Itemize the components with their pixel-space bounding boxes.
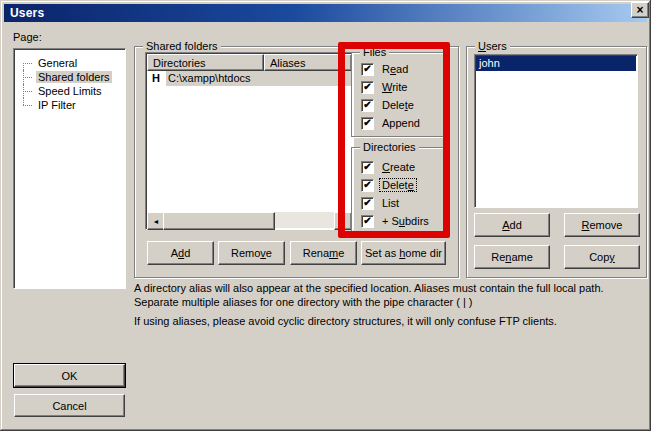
users-listbox[interactable]: john	[474, 54, 638, 208]
tree-line	[23, 63, 24, 70]
subdirs-checkbox[interactable]: ✔	[361, 215, 374, 228]
users-group-title: Users	[475, 39, 510, 53]
sidebar-item-general[interactable]: General	[14, 56, 125, 70]
files-group-title: Files	[360, 45, 389, 59]
folder-rename-button[interactable]: Rename	[290, 241, 357, 265]
horizontal-scrollbar[interactable]: ◄ ►	[147, 212, 352, 228]
sidebar-item-shared-folders[interactable]: Shared folders	[14, 70, 125, 84]
page-tree: General Shared folders Speed Limits IP F…	[13, 48, 126, 289]
aliases-column-header[interactable]: Aliases	[264, 54, 352, 71]
users-dialog: Users × Page: General Shared folders Spe…	[0, 0, 651, 431]
user-name: john	[479, 57, 500, 69]
file-delete-checkbox[interactable]: ✔	[361, 99, 374, 112]
alias-help-text: A directory alias will also appear at th…	[134, 281, 641, 309]
sidebar-item-speed-limits[interactable]: Speed Limits	[14, 84, 125, 98]
directories-column-header[interactable]: Directories	[147, 54, 264, 71]
checkbox-subdirs[interactable]: ✔ + Subdirs	[361, 214, 431, 228]
user-add-button[interactable]: Add	[474, 213, 550, 237]
dir-delete-checkbox[interactable]: ✔	[361, 179, 374, 192]
check-icon: ✔	[363, 118, 371, 128]
check-icon: ✔	[363, 64, 371, 74]
checkbox-append[interactable]: ✔ Append	[361, 116, 422, 130]
scroll-right-button[interactable]: ►	[334, 212, 352, 230]
directory-path: C:\xampp\htdocs	[166, 71, 352, 86]
directories-group-title: Directories	[360, 140, 419, 154]
close-icon: ×	[636, 4, 643, 16]
shared-folder-row[interactable]: H C:\xampp\htdocs	[147, 71, 352, 86]
ok-button[interactable]: OK	[14, 364, 125, 387]
tree-line	[23, 63, 32, 64]
scrollbar-thumb[interactable]	[163, 212, 275, 230]
tree-line	[23, 105, 32, 106]
folder-remove-button[interactable]: Remove	[218, 241, 285, 265]
page-label: Page:	[13, 31, 42, 43]
listview-header: Directories Aliases	[147, 54, 352, 71]
append-checkbox[interactable]: ✔	[361, 117, 374, 130]
checkbox-write[interactable]: ✔ Write	[361, 80, 409, 94]
titlebar: Users	[4, 4, 647, 22]
check-icon: ✔	[363, 216, 371, 226]
folder-add-button[interactable]: Add	[147, 241, 214, 265]
check-icon: ✔	[363, 198, 371, 208]
user-remove-button[interactable]: Remove	[564, 213, 640, 237]
check-icon: ✔	[363, 82, 371, 92]
checkbox-create[interactable]: ✔ Create	[361, 160, 417, 174]
create-checkbox[interactable]: ✔	[361, 161, 374, 174]
checkbox-list[interactable]: ✔ List	[361, 196, 401, 210]
close-button[interactable]: ×	[631, 2, 649, 18]
sidebar-item-ip-filter[interactable]: IP Filter	[14, 98, 125, 112]
window-title: Users	[10, 6, 44, 20]
shared-folders-group-title: Shared folders	[143, 39, 221, 53]
user-rename-button[interactable]: Rename	[474, 245, 550, 269]
tree-line	[23, 98, 24, 105]
tree-line	[23, 91, 32, 92]
scroll-right-icon: ►	[340, 218, 347, 225]
cancel-button[interactable]: Cancel	[14, 394, 125, 417]
scroll-left-icon: ◄	[153, 218, 160, 225]
user-copy-button[interactable]: Copy	[564, 245, 640, 269]
user-list-item[interactable]: john	[476, 56, 636, 71]
cyclic-help-text: If using aliases, please avoid cyclic di…	[134, 314, 641, 328]
shared-folders-listview: Directories Aliases H C:\xampp\htdocs ◄ …	[145, 52, 354, 230]
set-as-home-dir-button[interactable]: Set as home dir	[361, 241, 446, 265]
checkbox-file-delete[interactable]: ✔ Delete	[361, 98, 416, 112]
check-icon: ✔	[363, 180, 371, 190]
list-checkbox[interactable]: ✔	[361, 197, 374, 210]
checkbox-dir-delete[interactable]: ✔ Delete	[361, 178, 416, 192]
checkbox-read[interactable]: ✔ Read	[361, 62, 410, 76]
tree-line	[23, 77, 32, 78]
check-icon: ✔	[363, 100, 371, 110]
write-checkbox[interactable]: ✔	[361, 81, 374, 94]
home-directory-marker: H	[147, 71, 166, 86]
check-icon: ✔	[363, 162, 371, 172]
read-checkbox[interactable]: ✔	[361, 63, 374, 76]
